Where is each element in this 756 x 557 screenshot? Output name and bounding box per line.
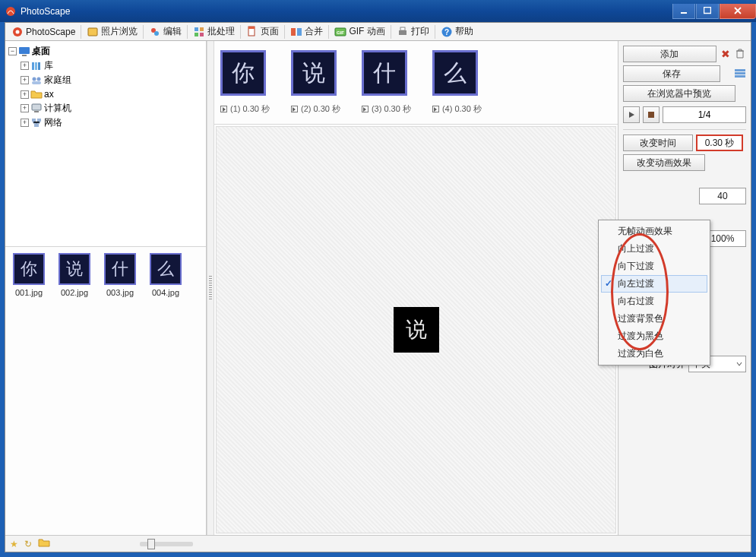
frame-caption: (4) 0.30 秒: [442, 103, 482, 115]
svg-rect-24: [32, 62, 34, 70]
change-time-button[interactable]: 改变时间: [623, 135, 693, 151]
expand-icon[interactable]: +: [21, 76, 29, 84]
svg-rect-33: [37, 119, 41, 122]
thumb-filename: 002.jpg: [55, 288, 93, 297]
popup-item[interactable]: 向下过渡: [601, 258, 707, 275]
tree-item-ax[interactable]: + ax: [21, 87, 204, 101]
trash-icon[interactable]: [735, 48, 746, 60]
svg-rect-9: [200, 27, 204, 31]
numeric-field-1[interactable]: 40: [699, 188, 746, 204]
popup-label: 过渡背景色: [618, 313, 663, 324]
zoom-slider[interactable]: [140, 542, 193, 546]
play-button[interactable]: [623, 106, 640, 123]
delete-icon[interactable]: ✖: [720, 48, 732, 60]
library-icon: [30, 60, 43, 72]
tab-label: 编辑: [163, 25, 182, 38]
svg-rect-2: [704, 8, 711, 14]
svg-rect-1: [681, 12, 687, 14]
tab-batch[interactable]: 批处理: [190, 24, 238, 40]
tab-photoscape[interactable]: PhotoScape: [8, 24, 78, 40]
popup-item[interactable]: 向上过渡: [601, 240, 707, 258]
help-icon: ?: [441, 26, 453, 38]
thumb-char: 什: [112, 258, 128, 280]
svg-point-4: [16, 30, 20, 33]
left-panel: − 桌面 + 库 +: [5, 41, 207, 535]
svg-point-7: [154, 31, 159, 36]
refresh-icon[interactable]: ↻: [24, 539, 32, 549]
popup-label: 向下过渡: [618, 261, 654, 271]
play-tiny-icon: [220, 106, 227, 112]
expand-icon[interactable]: +: [21, 104, 29, 112]
frame-item[interactable]: 你 (1) 0.30 秒: [220, 50, 270, 124]
num-value: 100%: [711, 233, 735, 244]
tree-item-computer[interactable]: + 计算机: [21, 101, 204, 116]
svg-rect-10: [195, 33, 198, 36]
tree-item-lib[interactable]: + 库: [21, 59, 204, 73]
expand-icon[interactable]: +: [21, 90, 29, 99]
tree-label: 网络: [44, 116, 62, 129]
tree-item-network[interactable]: + 网络: [21, 116, 204, 130]
frame-item[interactable]: 说 (2) 0.30 秒: [291, 50, 340, 124]
thumb-filename: 001.jpg: [10, 288, 48, 297]
folder-small-icon[interactable]: [38, 537, 50, 550]
computer-icon: [30, 103, 43, 115]
thumb-char: 么: [157, 258, 174, 280]
save-button[interactable]: 保存: [623, 65, 720, 82]
close-button[interactable]: [720, 4, 756, 19]
thumb-char: 你: [21, 258, 37, 280]
desktop-icon: [18, 46, 30, 58]
thumb-item[interactable]: 说 002.jpg: [55, 253, 93, 529]
popup-label: 向上过渡: [618, 243, 654, 254]
folder-tree[interactable]: − 桌面 + 库 +: [5, 41, 206, 246]
stop-button[interactable]: [643, 106, 660, 123]
tab-browse[interactable]: 照片浏览: [84, 24, 141, 40]
maximize-button[interactable]: [696, 4, 719, 19]
expand-icon[interactable]: +: [21, 119, 29, 127]
svg-rect-32: [32, 119, 36, 122]
thumb-item[interactable]: 么 004.jpg: [147, 253, 185, 529]
tab-edit[interactable]: 编辑: [146, 24, 185, 40]
page-icon: [246, 26, 258, 38]
popup-label: 向左过渡: [618, 278, 654, 289]
tree-root[interactable]: − 桌面: [8, 44, 204, 59]
thumb-item[interactable]: 你 001.jpg: [10, 253, 48, 529]
svg-rect-34: [34, 124, 39, 127]
window-title: PhotoScape: [21, 6, 70, 17]
popup-label: 无帧动画效果: [618, 226, 672, 236]
popup-item-selected[interactable]: ✓向左过渡: [601, 275, 707, 293]
popup-item[interactable]: 无帧动画效果: [601, 223, 707, 240]
tab-help[interactable]: ? 帮助: [438, 24, 476, 40]
svg-point-0: [6, 7, 15, 16]
tab-page[interactable]: 页面: [243, 24, 282, 40]
svg-rect-22: [19, 47, 30, 54]
tab-label: 合并: [305, 25, 323, 38]
list-icon[interactable]: [734, 68, 746, 80]
splitter[interactable]: [207, 41, 214, 535]
frame-item[interactable]: 什 (3) 0.30 秒: [362, 50, 411, 124]
tab-label: 批处理: [207, 25, 235, 38]
thumb-item[interactable]: 什 003.jpg: [101, 253, 139, 529]
tree-item-homegroup[interactable]: + 家庭组: [21, 73, 204, 87]
change-effect-button[interactable]: 改变动画效果: [623, 154, 705, 171]
tree-label: 桌面: [32, 45, 50, 58]
expand-icon[interactable]: +: [21, 62, 29, 70]
popup-item[interactable]: 过渡背景色: [601, 310, 707, 328]
minimize-button[interactable]: [672, 4, 695, 19]
preview-browser-button[interactable]: 在浏览器中预览: [623, 85, 735, 102]
popup-item[interactable]: 过渡为黑色: [601, 328, 707, 345]
add-button[interactable]: 添加: [623, 46, 716, 62]
svg-rect-30: [32, 104, 41, 110]
popup-item[interactable]: 过渡为白色: [601, 345, 707, 362]
tab-print[interactable]: 打印: [394, 24, 432, 40]
time-value-field[interactable]: 0.30 秒: [696, 135, 743, 151]
frame-item[interactable]: 么 (4) 0.30 秒: [432, 50, 482, 124]
tab-gif[interactable]: GIF GIF 动画: [331, 24, 387, 40]
popup-item[interactable]: 向右过渡: [601, 293, 707, 310]
frame-char: 你: [232, 58, 255, 89]
preview-frame: 说: [394, 307, 439, 353]
network-icon: [30, 117, 43, 129]
svg-rect-36: [735, 72, 745, 74]
collapse-icon[interactable]: −: [8, 47, 17, 55]
star-icon[interactable]: ★: [10, 539, 18, 549]
tab-merge[interactable]: 合并: [287, 24, 326, 40]
